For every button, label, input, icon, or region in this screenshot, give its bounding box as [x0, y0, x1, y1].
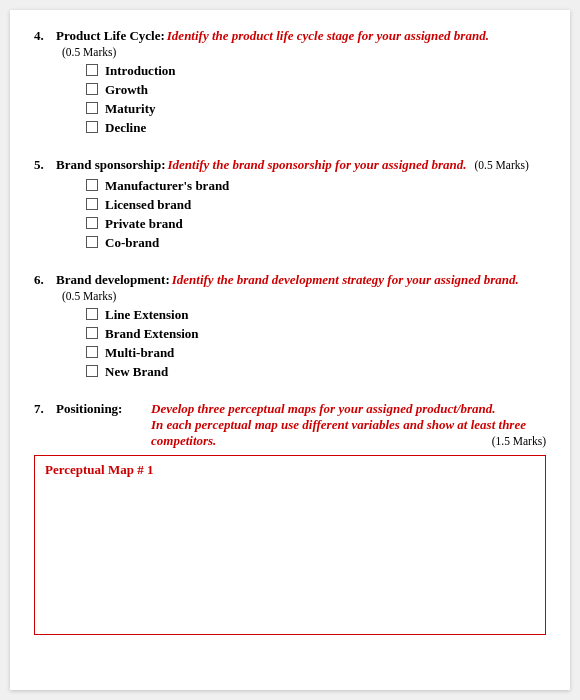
q6-label: Brand development: [56, 272, 170, 288]
checkbox-co-brand[interactable] [86, 236, 98, 248]
q7-marks: (1.5 Marks) [492, 435, 546, 447]
q6-options: Line Extension Brand Extension Multi-bra… [56, 307, 546, 380]
list-item[interactable]: Brand Extension [86, 326, 546, 342]
q6-instruction: Identify the brand development strategy … [172, 272, 519, 288]
option-label: Decline [105, 120, 146, 136]
q4-number: 4. [34, 28, 56, 44]
q4-label: Product Life Cycle: [56, 28, 165, 44]
option-label: Co-brand [105, 235, 159, 251]
q5-number: 5. [34, 157, 56, 173]
q7-instruction-line2: In each perceptual map use different var… [151, 417, 546, 433]
q5-label: Brand sponsorship: [56, 157, 165, 173]
q4-instruction: Identify the product life cycle stage fo… [167, 28, 489, 44]
option-label: Manufacturer's brand [105, 178, 229, 194]
checkbox-line-extension[interactable] [86, 308, 98, 320]
q5-marks: (0.5 Marks) [475, 159, 529, 171]
checkbox-manufacturers-brand[interactable] [86, 179, 98, 191]
page: 4. Product Life Cycle: Identify the prod… [10, 10, 570, 690]
checkbox-multi-brand[interactable] [86, 346, 98, 358]
q5-content: Brand sponsorship: Identify the brand sp… [56, 157, 546, 254]
option-label: Licensed brand [105, 197, 191, 213]
list-item[interactable]: Co-brand [86, 235, 546, 251]
q6-number: 6. [34, 272, 56, 288]
q4-content: Product Life Cycle: Identify the product… [56, 28, 546, 139]
option-label: Maturity [105, 101, 156, 117]
q5-header: Brand sponsorship: Identify the brand sp… [56, 157, 546, 173]
q6-header: Brand development: Identify the brand de… [56, 272, 546, 302]
q4-header: Product Life Cycle: Identify the product… [56, 28, 546, 58]
question-5: 5. Brand sponsorship: Identify the brand… [34, 157, 546, 254]
q7-label: Positioning: [56, 401, 151, 417]
option-label: New Brand [105, 364, 168, 380]
q7-content: Positioning: Develop three perceptual ma… [56, 401, 546, 449]
checkbox-growth[interactable] [86, 83, 98, 95]
checkbox-decline[interactable] [86, 121, 98, 133]
option-label: Brand Extension [105, 326, 199, 342]
list-item[interactable]: Line Extension [86, 307, 546, 323]
perceptual-map-1[interactable]: Perceptual Map # 1 [34, 455, 546, 635]
checkbox-new-brand[interactable] [86, 365, 98, 377]
option-label: Growth [105, 82, 148, 98]
question-6: 6. Brand development: Identify the brand… [34, 272, 546, 383]
q6-marks: (0.5 Marks) [62, 290, 116, 302]
list-item[interactable]: Manufacturer's brand [86, 178, 546, 194]
q7-instructions: Develop three perceptual maps for your a… [151, 401, 546, 449]
option-label: Multi-brand [105, 345, 174, 361]
q4-options: Introduction Growth Maturity Decline [56, 63, 546, 136]
checkbox-maturity[interactable] [86, 102, 98, 114]
checkbox-introduction[interactable] [86, 64, 98, 76]
list-item[interactable]: Introduction [86, 63, 546, 79]
list-item[interactable]: Maturity [86, 101, 546, 117]
q4-marks: (0.5 Marks) [62, 46, 116, 58]
perceptual-map-title: Perceptual Map # 1 [45, 462, 535, 478]
list-item[interactable]: Licensed brand [86, 197, 546, 213]
checkbox-licensed-brand[interactable] [86, 198, 98, 210]
q6-content: Brand development: Identify the brand de… [56, 272, 546, 383]
list-item[interactable]: Multi-brand [86, 345, 546, 361]
question-4: 4. Product Life Cycle: Identify the prod… [34, 28, 546, 139]
option-label: Private brand [105, 216, 183, 232]
list-item[interactable]: Decline [86, 120, 546, 136]
q7-instruction-line3: competitors. [151, 433, 216, 449]
question-7: 7. Positioning: Develop three perceptual… [34, 401, 546, 449]
checkbox-private-brand[interactable] [86, 217, 98, 229]
q5-instruction: Identify the brand sponsorship for your … [167, 157, 466, 173]
q5-options: Manufacturer's brand Licensed brand Priv… [56, 178, 546, 251]
list-item[interactable]: Growth [86, 82, 546, 98]
q7-header: Positioning: Develop three perceptual ma… [56, 401, 546, 449]
list-item[interactable]: New Brand [86, 364, 546, 380]
option-label: Introduction [105, 63, 176, 79]
q7-instruction-line1: Develop three perceptual maps for your a… [151, 401, 546, 417]
option-label: Line Extension [105, 307, 188, 323]
q7-number: 7. [34, 401, 56, 417]
list-item[interactable]: Private brand [86, 216, 546, 232]
checkbox-brand-extension[interactable] [86, 327, 98, 339]
